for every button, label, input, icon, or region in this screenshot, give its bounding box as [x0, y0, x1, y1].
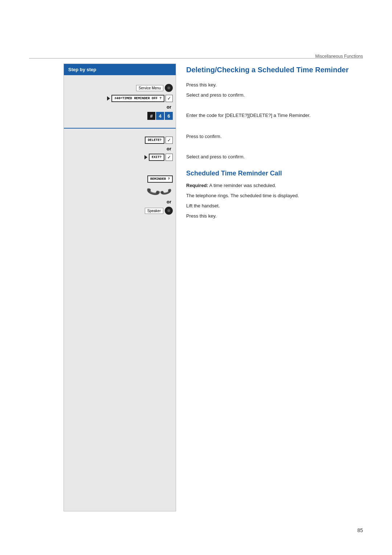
step-speaker: Speaker [64, 205, 176, 216]
or-separator-1: or [64, 104, 176, 110]
speaker-key-icon [165, 207, 173, 215]
step-service-menu: Service Menu [64, 82, 176, 93]
desc-text-delete: Press to confirm. [186, 133, 222, 140]
desc-exit: Select and press to confirm. [186, 152, 363, 162]
arrow-exit-icon [144, 155, 147, 159]
desc-service-menu: Press this key. [186, 80, 363, 90]
section2-title: Scheduled Time Reminder Call [186, 170, 363, 177]
step-timed-reminder: #46=TIMED REMINDER OFF ? ✓ [64, 93, 176, 104]
desc-text-speaker: Press this key. [186, 212, 217, 220]
handset-lift-icon: 📞 [146, 183, 161, 199]
step-handset: 📞 📞 [64, 184, 176, 198]
desc-reminder-required: Required: A time reminder was scheduled. [186, 181, 363, 191]
handset-hang-icon: 📞 [159, 185, 172, 198]
step-exit: EXIT? ✓ [64, 152, 176, 162]
reminder-label: REMINDER ? [147, 175, 173, 183]
step-reminder: REMINDER ? [64, 174, 176, 184]
section1-title: Deleting/Checking a Scheduled Time Remin… [186, 65, 363, 74]
desc-timed-reminder: Select and press to confirm. [186, 90, 363, 101]
hash-key: # [147, 112, 155, 120]
checkmark-exit: ✓ [166, 154, 173, 161]
desc-text-code: Enter the code for [DELETE?][DELETE?] a … [186, 112, 311, 119]
desc-delete: Press to confirm. [186, 132, 363, 142]
step-code-446: # 4 6 [64, 110, 176, 121]
step-by-step-header: Step by step [64, 64, 176, 75]
service-menu-label: Service Menu [136, 85, 163, 91]
desc-speaker: Press this key. [186, 211, 363, 222]
desc-code: Enter the code for [DELETE?][DELETE?] a … [186, 111, 363, 121]
arrow-icon [107, 96, 110, 101]
step-by-step-panel: Step by step Service Menu #46=TIMED REMI… [64, 64, 176, 511]
display-delete: DELETE? [145, 137, 164, 144]
desc-text-lift-handset: Lift the handset. [186, 202, 220, 210]
or-separator-3: or [64, 198, 176, 205]
num-key-6: 6 [165, 112, 173, 120]
desc-or-2 [186, 142, 363, 152]
desc-text-exit: Select and press to confirm. [186, 153, 245, 161]
step-delete: DELETE? ✓ [64, 135, 176, 145]
page-number: 85 [357, 527, 363, 533]
desc-text-timed-reminder: Select and press to confirm. [186, 92, 245, 99]
checkmark-box: ✓ [166, 95, 173, 102]
checkmark-delete: ✓ [166, 137, 173, 144]
desc-telephone-rings: The telephone rings. The scheduled time … [186, 191, 363, 201]
main-content: Step by step Service Menu #46=TIMED REMI… [64, 64, 363, 511]
display-timed-reminder: #46=TIMED REMINDER OFF ? [111, 95, 164, 102]
section-divider [64, 128, 176, 129]
speaker-label: Speaker [145, 208, 163, 214]
desc-lift-handset: Lift the handset. [186, 201, 363, 211]
description-panel: Deleting/Checking a Scheduled Time Remin… [176, 64, 363, 511]
desc-text-telephone-rings: The telephone rings. The scheduled time … [186, 192, 299, 199]
desc-or-1 [186, 101, 363, 111]
key-button-icon [165, 84, 173, 92]
num-key-4: 4 [156, 112, 164, 120]
header-divider [29, 58, 363, 58]
display-exit: EXIT? [149, 154, 164, 161]
desc-text-reminder-required: Required: A time reminder was scheduled. [186, 182, 276, 189]
desc-text-service-menu: Press this key. [186, 81, 217, 89]
or-separator-2: or [64, 145, 176, 152]
